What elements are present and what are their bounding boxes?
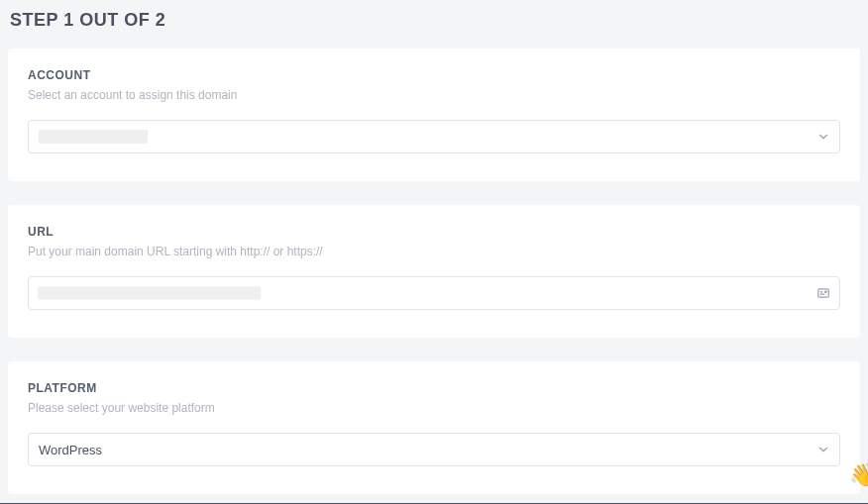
account-description: Select an account to assign this domain <box>28 88 840 102</box>
platform-label: PLATFORM <box>28 381 840 395</box>
step-title: STEP 1 OUT OF 2 <box>10 10 860 31</box>
platform-description: Please select your website platform <box>28 401 840 415</box>
account-select[interactable] <box>28 120 840 153</box>
account-label: ACCOUNT <box>28 68 840 82</box>
url-description: Put your main domain URL starting with h… <box>28 245 840 258</box>
platform-select[interactable]: WordPress <box>28 433 840 466</box>
svg-rect-0 <box>818 289 829 297</box>
chat-widget[interactable]: 👋 <box>846 449 868 488</box>
platform-card: PLATFORM Please select your website plat… <box>8 361 860 494</box>
svg-point-1 <box>824 291 826 293</box>
account-value-redacted <box>39 130 148 144</box>
url-value-redacted <box>38 287 261 300</box>
platform-value: WordPress <box>39 443 102 457</box>
wave-icon: 👋 <box>849 462 868 488</box>
account-card: ACCOUNT Select an account to assign this… <box>8 49 860 181</box>
url-card: URL Put your main domain URL starting wi… <box>8 205 860 338</box>
url-label: URL <box>28 225 840 239</box>
contact-card-icon <box>816 286 830 300</box>
